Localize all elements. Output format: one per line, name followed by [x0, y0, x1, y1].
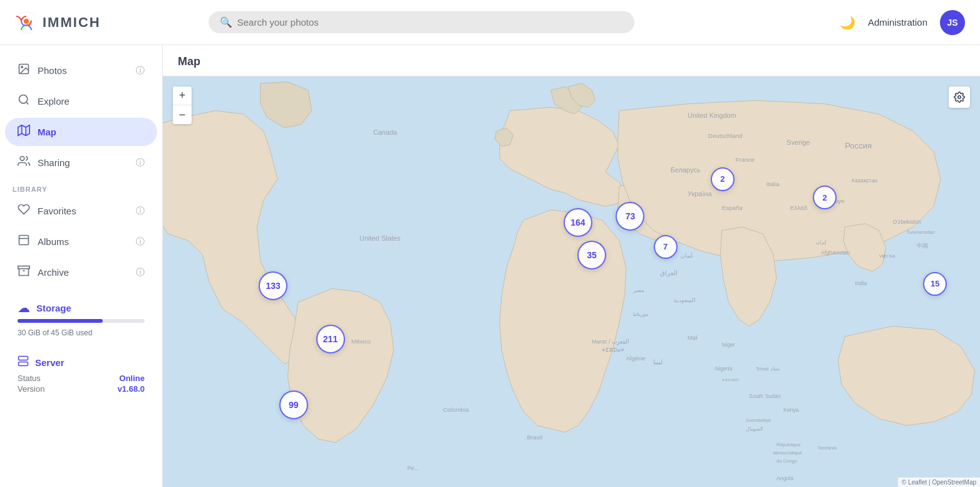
zoom-out-button[interactable]: − — [173, 105, 192, 124]
sidebar-item-sharing[interactable]: Sharing ⓘ — [5, 149, 157, 177]
logo-icon — [15, 11, 38, 34]
svg-text:O'zbekiston: O'zbekiston — [893, 219, 921, 225]
server-version-row: Version v1.68.0 — [18, 384, 145, 394]
search-input[interactable] — [237, 17, 623, 28]
svg-text:Canada: Canada — [373, 128, 398, 136]
sidebar-item-photos[interactable]: Photos ⓘ — [5, 56, 157, 85]
server-status-row: Status Online — [18, 374, 145, 383]
svg-text:Україна: Україна — [688, 190, 712, 197]
explore-icon — [18, 93, 30, 109]
svg-text:Sverige: Sverige — [787, 139, 810, 146]
cluster-marker-c5[interactable]: 73 — [616, 202, 644, 231]
sharing-icon — [18, 155, 30, 170]
svg-text:United States: United States — [359, 234, 401, 242]
archive-info-icon: ⓘ — [136, 267, 145, 278]
svg-text:Россия: Россия — [845, 141, 872, 150]
svg-text:العراق: العراق — [660, 270, 678, 277]
svg-text:Tanzania: Tanzania — [818, 445, 837, 451]
search-bar: 🔍 — [209, 11, 634, 33]
svg-text:démocratique: démocratique — [773, 450, 802, 456]
sidebar-item-explore[interactable]: Explore — [5, 87, 157, 115]
cluster-marker-c1[interactable]: 133 — [259, 271, 287, 300]
sidebar-item-map[interactable]: Map — [5, 118, 157, 146]
page-title: Map — [163, 45, 980, 76]
svg-text:الصومال: الصومال — [746, 426, 763, 432]
svg-rect-13 — [19, 357, 28, 360]
search-icon: 🔍 — [220, 16, 232, 28]
map-label: Map — [38, 127, 56, 137]
sidebar-item-albums[interactable]: Albums ⓘ — [5, 228, 157, 256]
svg-text:አዲስ አበባ: አዲስ አበባ — [722, 377, 740, 382]
svg-point-4 — [19, 95, 28, 103]
admin-link[interactable]: Administration — [868, 17, 927, 28]
svg-text:Nigeria: Nigeria — [715, 365, 733, 372]
svg-text:ليبيا: ليبيا — [654, 359, 663, 365]
cluster-marker-c8[interactable]: 2 — [711, 167, 735, 191]
library-label: LIBRARY — [0, 178, 162, 196]
cluster-marker-c7[interactable]: 7 — [654, 235, 678, 259]
cluster-marker-c2[interactable]: 211 — [316, 325, 345, 353]
storage-section: ☁ Storage 30 GiB of 45 GiB used — [5, 293, 157, 345]
logo[interactable]: IMMICH — [15, 11, 101, 34]
svg-text:Беларусь: Беларусь — [671, 166, 701, 174]
server-label: Server — [35, 357, 64, 368]
svg-text:Turkmenistan: Turkmenistan — [906, 229, 935, 235]
server-icon — [18, 355, 29, 370]
svg-text:España: España — [722, 204, 743, 211]
sidebar-item-favorites[interactable]: Favorites ⓘ — [5, 197, 157, 225]
cluster-marker-c4[interactable]: 164 — [564, 208, 592, 237]
svg-line-5 — [26, 102, 29, 105]
svg-text:United Kingdom: United Kingdom — [688, 112, 736, 119]
storage-icon: ☁ — [18, 300, 30, 315]
server-status-label: Status — [18, 374, 41, 383]
svg-point-1 — [24, 19, 29, 24]
svg-rect-10 — [19, 236, 29, 245]
svg-text:France: France — [736, 156, 755, 163]
albums-info-icon: ⓘ — [136, 236, 145, 248]
server-status-value: Online — [120, 374, 145, 383]
svg-text:Italia: Italia — [766, 181, 780, 187]
svg-text:عُمان: عُمان — [681, 253, 693, 259]
svg-text:Angola: Angola — [776, 475, 793, 481]
photos-icon — [18, 63, 30, 78]
svg-rect-14 — [19, 362, 28, 366]
svg-text:السعودية: السعودية — [674, 297, 696, 304]
photos-info-icon: ⓘ — [136, 65, 145, 76]
svg-text:Colombia: Colombia — [443, 406, 469, 413]
svg-text:Algérie: Algérie — [626, 355, 646, 362]
settings-icon — [954, 92, 965, 103]
map-icon — [18, 124, 30, 140]
zoom-in-button[interactable]: + — [173, 86, 192, 105]
dark-mode-icon[interactable]: 🌙 — [840, 15, 855, 30]
svg-text:Mali: Mali — [688, 335, 698, 341]
svg-text:République: République — [776, 442, 801, 448]
explore-label: Explore — [38, 96, 70, 107]
svg-point-3 — [21, 66, 23, 68]
svg-text:Kenya: Kenya — [783, 407, 799, 413]
svg-text:Казақстан: Казақстан — [852, 177, 878, 184]
cluster-marker-c10[interactable]: 15 — [923, 272, 947, 296]
map-container[interactable]: Россия Беларусь Україна Sverige United K… — [163, 76, 980, 487]
server-version-label: Version — [18, 384, 44, 394]
cluster-marker-c3[interactable]: 99 — [279, 390, 308, 419]
svg-text:du Congo: du Congo — [776, 458, 797, 464]
server-section: Server Status Online Version v1.68.0 — [5, 350, 157, 400]
cluster-marker-c9[interactable]: 2 — [813, 186, 837, 209]
svg-text:مصر: مصر — [632, 287, 644, 294]
archive-icon — [18, 264, 30, 280]
svg-text:Soomaaliya: Soomaaliya — [746, 417, 771, 423]
albums-label: Albums — [38, 236, 69, 247]
sharing-info-icon: ⓘ — [136, 157, 145, 169]
map-settings-button[interactable] — [949, 86, 970, 108]
map-attribution: © Leaflet | OpenStreetMap — [898, 478, 980, 487]
sidebar-item-archive[interactable]: Archive ⓘ — [5, 258, 157, 286]
svg-text:South Sudan: South Sudan — [749, 393, 781, 399]
storage-label: Storage — [36, 303, 71, 313]
svg-text:إيران: إيران — [816, 239, 826, 245]
cluster-marker-c6[interactable]: 35 — [577, 241, 606, 270]
archive-label: Archive — [38, 267, 69, 278]
storage-header: ☁ Storage — [18, 300, 145, 315]
content-area: Map — [163, 45, 980, 487]
svg-text:موريتانيا: موريتانيا — [633, 312, 648, 317]
avatar[interactable]: JS — [940, 10, 965, 35]
